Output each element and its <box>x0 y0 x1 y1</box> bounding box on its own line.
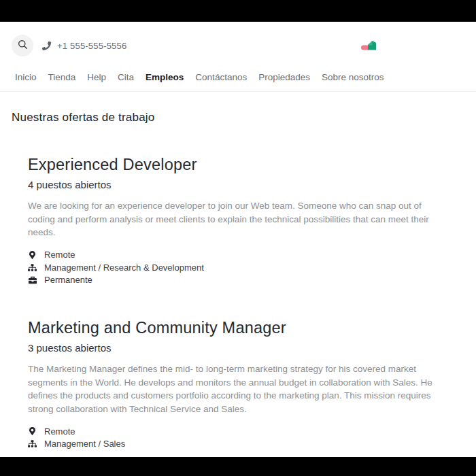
job-tag-location: Remote <box>28 425 448 438</box>
phone-link[interactable]: +1 555-555-5556 <box>42 39 126 52</box>
job-openings-count: 4 puestos abiertos <box>28 179 448 190</box>
job-tags: Remote Management / Research & Developme… <box>28 249 448 287</box>
job-title[interactable]: Marketing and Community Manager <box>28 318 448 337</box>
job-description: We are looking for an experience develop… <box>28 199 446 239</box>
job-tag-label: Remote <box>44 426 75 437</box>
page-body: +1 555-555-5556 Inicio Tienda Help Cita … <box>0 22 476 457</box>
page-title: Nuestras ofertas de trabajo <box>12 111 154 124</box>
nav-item-contactanos[interactable]: Contáctanos <box>195 72 247 82</box>
nav-item-tienda[interactable]: Tienda <box>48 72 76 82</box>
job-title[interactable]: Experienced Developer <box>28 155 448 174</box>
nav-item-inicio[interactable]: Inicio <box>15 72 37 82</box>
sitemap-icon <box>28 440 37 447</box>
nav-item-cita[interactable]: Cita <box>118 72 134 82</box>
job-tag-label: Management / Research & Development <box>44 262 204 273</box>
job-tag-department: Management / Research & Development <box>28 261 448 274</box>
job-tag-label: Management / Sales <box>44 439 125 449</box>
nav-item-empleos[interactable]: Empleos <box>146 72 184 82</box>
job-tags: Remote Management / Sales <box>28 425 448 450</box>
main-navigation: Inicio Tienda Help Cita Empleos Contácta… <box>15 72 384 82</box>
job-tag-contract-type: Permanente <box>28 274 448 287</box>
sitemap-icon <box>28 264 37 271</box>
job-tag-label: Remote <box>44 250 75 260</box>
map-pin-icon <box>28 251 37 259</box>
job-tag-label: Permanente <box>44 275 92 285</box>
header-divider <box>0 91 476 92</box>
search-icon <box>18 39 28 52</box>
phone-icon <box>42 41 51 50</box>
job-openings-count: 3 puestos abiertos <box>28 342 448 354</box>
search-button[interactable] <box>12 35 33 56</box>
job-card-marketing-community-manager[interactable]: Marketing and Community Manager 3 puesto… <box>28 318 448 450</box>
job-card-experienced-developer[interactable]: Experienced Developer 4 puestos abiertos… <box>28 155 448 286</box>
nav-item-propiedades[interactable]: Propiedades <box>258 72 310 82</box>
briefcase-icon <box>28 276 37 284</box>
phone-number: +1 555-555-5556 <box>57 41 126 51</box>
nav-item-help[interactable]: Help <box>87 72 106 82</box>
job-description: The Marketing Manager defines the mid- t… <box>28 362 446 415</box>
job-tag-department: Management / Sales <box>28 438 448 451</box>
job-tag-location: Remote <box>28 249 448 262</box>
nav-item-sobre-nosotros[interactable]: Sobre nosotros <box>322 72 384 82</box>
company-logo-icon[interactable] <box>361 39 376 50</box>
map-pin-icon <box>28 427 37 435</box>
